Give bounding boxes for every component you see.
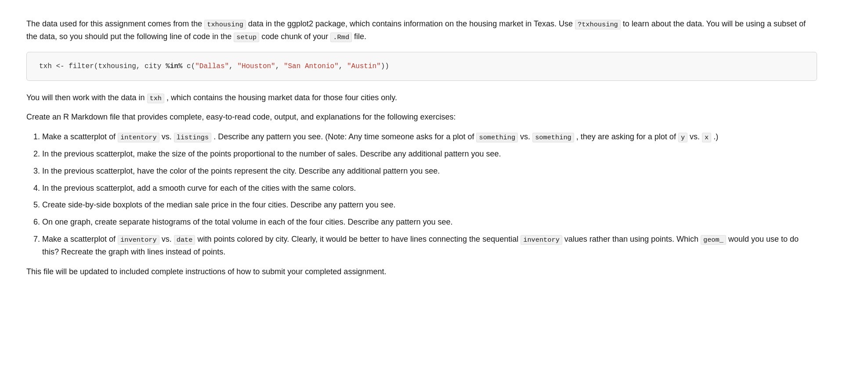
- txhousing-code: txhousing: [204, 20, 246, 29]
- ex1-code-something1: something: [476, 133, 518, 142]
- ex6-text: On one graph, create separate histograms…: [42, 218, 453, 226]
- code-str-dallas: "Dallas": [195, 62, 229, 70]
- intro-text-1: The data used for this assignment comes …: [26, 19, 204, 28]
- ex7-code-inventory: inventory: [118, 235, 159, 245]
- ex1-code-listings: listings: [174, 133, 211, 142]
- ex1-text-vs2: vs.: [518, 132, 532, 141]
- ex5-text: Create side-by-side boxplots of the medi…: [42, 200, 395, 209]
- ex2-text: In the previous scatterplot, make the si…: [42, 149, 501, 158]
- ex4-text: In the previous scatterplot, add a smoot…: [42, 184, 356, 192]
- setup-code: setup: [234, 33, 259, 42]
- para3: Create an R Markdown file that provides …: [26, 111, 817, 123]
- ex1-code-y: y: [678, 133, 687, 142]
- ex1-text-vs3: vs.: [687, 132, 702, 141]
- footer-paragraph: This file will be updated to included co…: [26, 265, 817, 278]
- exercise-1: Make a scatterplot of intentory vs. list…: [42, 131, 817, 143]
- ex1-text-vs: vs.: [159, 132, 174, 141]
- exercise-6: On one graph, create separate histograms…: [42, 216, 817, 229]
- intro-text-4: code chunk of your: [259, 32, 330, 41]
- ex7-text-mid2: values rather than using points. Which: [562, 235, 701, 243]
- txhousing-help-code: ?txhousing: [575, 20, 621, 29]
- txh-code: txh: [147, 94, 165, 103]
- exercise-3: In the previous scatterplot, have the co…: [42, 165, 817, 178]
- ex1-code-x: x: [702, 133, 711, 142]
- intro-paragraph: The data used for this assignment comes …: [26, 18, 817, 43]
- exercise-7: Make a scatterplot of inventory vs. date…: [42, 233, 817, 258]
- intro-text-5: file.: [352, 32, 366, 41]
- code-comma3: ,: [339, 62, 347, 70]
- ex3-text: In the previous scatterplot, have the co…: [42, 167, 440, 175]
- code-prefix: txh <- filter(txhousing, city %in% c(: [39, 62, 195, 70]
- main-content: The data used for this assignment comes …: [26, 18, 817, 278]
- exercise-2: In the previous scatterplot, make the si…: [42, 148, 817, 160]
- exercise-5: Create side-by-side boxplots of the medi…: [42, 199, 817, 211]
- ex1-text-end: , they are asking for a plot of: [574, 132, 678, 141]
- exercises-list: Make a scatterplot of intentory vs. list…: [42, 131, 817, 258]
- para2-text-1: You will then work with the data in: [26, 93, 147, 102]
- rmd-code: .Rmd: [330, 33, 352, 42]
- ex7-text-before: Make a scatterplot of: [42, 235, 118, 243]
- para2: You will then work with the data in txh …: [26, 91, 817, 104]
- ex1-code-intentory: intentory: [118, 133, 159, 142]
- ex7-code-date: date: [174, 235, 195, 245]
- code-str-austin: "Austin": [347, 62, 381, 70]
- para2-text-2: , which contains the housing market data…: [164, 93, 397, 102]
- ex1-text-close: .): [711, 132, 718, 141]
- exercise-4: In the previous scatterplot, add a smoot…: [42, 182, 817, 195]
- ex1-text-before: Make a scatterplot of: [42, 132, 118, 141]
- ex1-code-something2: something: [532, 133, 574, 142]
- ex1-text-mid: . Describe any pattern you see. (Note: A…: [211, 132, 476, 141]
- code-comma2: ,: [275, 62, 284, 70]
- ex7-code-geom: geom_: [701, 235, 726, 245]
- code-str-houston: "Houston": [237, 62, 275, 70]
- ex7-text-mid: with points colored by city. Clearly, it…: [195, 235, 521, 243]
- code-block: txh <- filter(txhousing, city %in% c("Da…: [26, 52, 817, 81]
- code-comma1: ,: [229, 62, 237, 70]
- code-str-sanantonio: "San Antonio": [284, 62, 339, 70]
- intro-text-2: data in the ggplot2 package, which conta…: [246, 19, 575, 28]
- ex7-code-inventory2: inventory: [521, 235, 562, 245]
- code-suffix: )): [381, 62, 389, 70]
- ex7-text-vs: vs.: [159, 235, 174, 243]
